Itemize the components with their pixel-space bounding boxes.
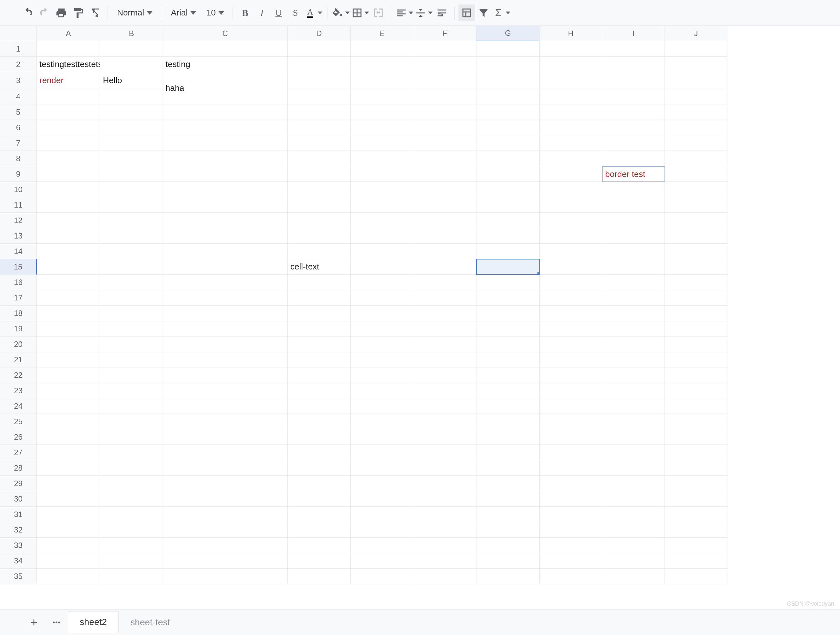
cell-A2[interactable]: testingtesttestets xyxy=(37,57,100,72)
cell-A3[interactable]: render xyxy=(37,72,100,89)
filter-button[interactable] xyxy=(475,5,492,21)
cell-H10[interactable] xyxy=(540,182,602,197)
cell-A5[interactable] xyxy=(37,104,100,120)
cell-J4[interactable] xyxy=(665,89,728,104)
cell-B11[interactable] xyxy=(100,197,163,213)
cell-G28[interactable] xyxy=(477,460,540,476)
cell-F31[interactable] xyxy=(413,507,477,522)
print-button[interactable] xyxy=(53,5,69,21)
all-sheets-button[interactable] xyxy=(45,610,68,635)
column-header-G[interactable]: G xyxy=(477,26,540,41)
cell-J29[interactable] xyxy=(665,476,728,491)
cell-D8[interactable] xyxy=(288,151,351,166)
cell-B25[interactable] xyxy=(100,414,163,429)
cell-D15[interactable]: cell-text xyxy=(288,259,351,275)
cell-I17[interactable] xyxy=(602,290,665,306)
cell-I29[interactable] xyxy=(602,476,665,491)
cell-J20[interactable] xyxy=(665,337,728,352)
cell-D22[interactable] xyxy=(288,367,351,383)
cell-D7[interactable] xyxy=(288,136,351,151)
cell-F22[interactable] xyxy=(413,367,477,383)
cell-I27[interactable] xyxy=(602,445,665,460)
cell-A25[interactable] xyxy=(37,414,100,429)
cell-B9[interactable] xyxy=(100,166,163,182)
cell-C16[interactable] xyxy=(163,275,288,290)
cell-H28[interactable] xyxy=(540,460,602,476)
cell-J17[interactable] xyxy=(665,290,728,306)
cell-C14[interactable] xyxy=(163,244,288,259)
cell-E31[interactable] xyxy=(351,507,413,522)
cell-E17[interactable] xyxy=(351,290,413,306)
fill-color-button[interactable] xyxy=(331,5,344,21)
row-header-29[interactable]: 29 xyxy=(0,476,37,491)
cell-C29[interactable] xyxy=(163,476,288,491)
cell-A29[interactable] xyxy=(37,476,100,491)
cell-B17[interactable] xyxy=(100,290,163,306)
cell-H30[interactable] xyxy=(540,491,602,507)
cell-G26[interactable] xyxy=(477,429,540,445)
font-select[interactable]: Arial xyxy=(165,5,201,21)
cell-I14[interactable] xyxy=(602,244,665,259)
cell-B16[interactable] xyxy=(100,275,163,290)
cell-B4[interactable] xyxy=(100,89,163,104)
cell-I20[interactable] xyxy=(602,337,665,352)
cell-B13[interactable] xyxy=(100,228,163,244)
format-select[interactable]: Normal xyxy=(111,5,157,21)
cell-B19[interactable] xyxy=(100,321,163,337)
cell-B8[interactable] xyxy=(100,151,163,166)
cell-E29[interactable] xyxy=(351,476,413,491)
cell-C7[interactable] xyxy=(163,136,288,151)
cell-B1[interactable] xyxy=(100,41,163,57)
cell-A9[interactable] xyxy=(37,166,100,182)
cell-E9[interactable] xyxy=(351,166,413,182)
cell-J23[interactable] xyxy=(665,383,728,399)
sheet-tab-sheet-test[interactable]: sheet-test xyxy=(119,612,182,633)
cell-G34[interactable] xyxy=(477,553,540,569)
cell-F25[interactable] xyxy=(413,414,477,429)
column-header-F[interactable]: F xyxy=(413,26,477,41)
cell-A17[interactable] xyxy=(37,290,100,306)
cell-G8[interactable] xyxy=(477,151,540,166)
cell-A15[interactable] xyxy=(37,259,100,275)
cell-G17[interactable] xyxy=(477,290,540,306)
cell-E25[interactable] xyxy=(351,414,413,429)
v-align-button[interactable] xyxy=(414,5,427,21)
cell-B14[interactable] xyxy=(100,244,163,259)
cell-A20[interactable] xyxy=(37,337,100,352)
cell-C27[interactable] xyxy=(163,445,288,460)
cell-E34[interactable] xyxy=(351,553,413,569)
cell-H18[interactable] xyxy=(540,306,602,321)
cell-H17[interactable] xyxy=(540,290,602,306)
cell-J24[interactable] xyxy=(665,399,728,414)
cell-H27[interactable] xyxy=(540,445,602,460)
cell-B26[interactable] xyxy=(100,429,163,445)
cell-J6[interactable] xyxy=(665,120,728,136)
cell-I31[interactable] xyxy=(602,507,665,522)
cell-D20[interactable] xyxy=(288,337,351,352)
cell-C28[interactable] xyxy=(163,460,288,476)
cell-F33[interactable] xyxy=(413,538,477,553)
cell-A34[interactable] xyxy=(37,553,100,569)
cell-J7[interactable] xyxy=(665,136,728,151)
cell-I11[interactable] xyxy=(602,197,665,213)
row-header-31[interactable]: 31 xyxy=(0,507,37,522)
formula-dropdown[interactable] xyxy=(505,11,511,15)
cell-D3[interactable] xyxy=(288,72,351,89)
column-header-C[interactable]: C xyxy=(163,26,288,41)
cell-B21[interactable] xyxy=(100,352,163,367)
row-header-25[interactable]: 25 xyxy=(0,414,37,429)
cell-D5[interactable] xyxy=(288,104,351,120)
cell-D18[interactable] xyxy=(288,306,351,321)
cell-G23[interactable] xyxy=(477,383,540,399)
cell-E14[interactable] xyxy=(351,244,413,259)
paint-format-button[interactable] xyxy=(69,5,87,21)
cell-D16[interactable] xyxy=(288,275,351,290)
cell-E4[interactable] xyxy=(351,89,413,104)
column-header-D[interactable]: D xyxy=(288,26,351,41)
bold-button[interactable]: B xyxy=(237,5,254,21)
cell-E23[interactable] xyxy=(351,383,413,399)
row-header-32[interactable]: 32 xyxy=(0,522,37,538)
cell-H12[interactable] xyxy=(540,213,602,228)
cell-B33[interactable] xyxy=(100,538,163,553)
cell-A12[interactable] xyxy=(37,213,100,228)
